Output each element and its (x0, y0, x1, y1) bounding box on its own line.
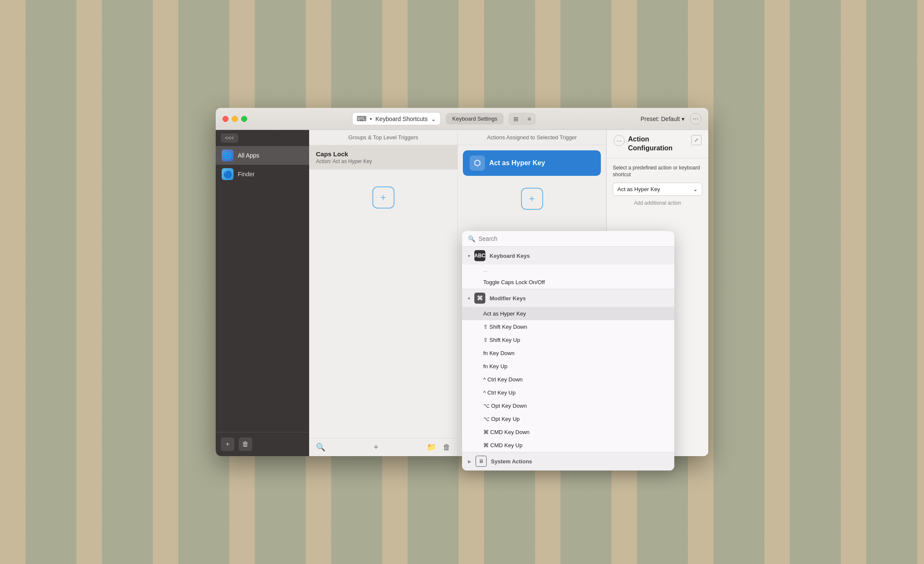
keyboard-settings-button[interactable]: Keyboard Settings (446, 113, 504, 124)
action-dropdown-overlay: 🔍 ▾ ABC Keyboard Keys ... Toggle Caps Lo… (462, 231, 674, 471)
title-dot: • (370, 116, 372, 122)
action-icon-box: ⬡ (470, 155, 485, 171)
hyper-key-action[interactable]: ◀ ⬡ Act as Hyper Key (463, 150, 601, 176)
close-button[interactable] (223, 116, 228, 122)
add-trigger-toolbar-button[interactable]: + (332, 443, 420, 452)
search-trigger-button[interactable]: 🔍 (316, 443, 325, 452)
more-button[interactable]: ··· (690, 113, 701, 125)
shift-down-item[interactable]: ⇧ Shift Key Down (462, 320, 674, 333)
fn-up-item[interactable]: fn Key Up (462, 360, 674, 373)
triggers-toolbar: 🔍 + 📁 🗑 (309, 438, 457, 456)
opt-down-item[interactable]: ⌥ Opt Key Down (462, 399, 674, 412)
system-actions-icon: 🖥 (476, 456, 487, 467)
sidebar-item-all-apps[interactable]: 🌐 All Apps (216, 146, 309, 165)
system-actions-label: System Actions (491, 458, 532, 465)
main-window: ⌨ • Keyboard Shortcuts ⌄ Keyboard Settin… (216, 108, 708, 456)
opt-up-item[interactable]: ⌥ Opt Key Up (462, 412, 674, 426)
preset-label[interactable]: Preset: Default ▾ (641, 116, 685, 122)
add-trigger-button[interactable]: + (372, 186, 394, 209)
modifier-keys-chevron: ▾ (468, 296, 470, 301)
sidebar-item-finder[interactable]: 🔵 Finder (216, 165, 309, 183)
chevron-down-icon: ⌄ (693, 186, 698, 192)
titlebar: ⌨ • Keyboard Shortcuts ⌄ Keyboard Settin… (216, 108, 708, 130)
system-actions-chevron: ▶ (468, 459, 471, 464)
keyboard-partial-item: ... (462, 265, 674, 276)
action-label: Act as Hyper Key (489, 159, 545, 167)
all-apps-label: All Apps (238, 152, 259, 159)
keyboard-keys-label: Keyboard Keys (490, 253, 530, 259)
act-hyper-item[interactable]: Act as Hyper Key (462, 307, 674, 320)
search-icon: 🔍 (468, 235, 475, 242)
modifier-keys-header[interactable]: ▾ ⌘ Modifier Keys (462, 289, 674, 307)
caps-lock-trigger[interactable]: Caps Lock Action: Act as Hyper Key (309, 145, 457, 169)
config-title: ActionConfiguration (628, 135, 673, 153)
dropdown-search: 🔍 (462, 231, 674, 247)
sidebar-footer: + 🗑 (216, 432, 309, 456)
keyboard-keys-section: ▾ ABC Keyboard Keys ... Toggle Caps Lock… (462, 247, 674, 289)
modifier-keys-icon: ⌘ (474, 293, 485, 304)
hyper-key-icon: ⬡ (474, 158, 481, 168)
triggers-panel-content: Caps Lock Action: Act as Hyper Key + (309, 145, 457, 438)
add-additional-button[interactable]: Add additional action (613, 200, 702, 206)
shift-up-item[interactable]: ⇧ Shift Key Up (462, 333, 674, 347)
config-header: ··· ActionConfiguration ⤢ (607, 130, 708, 158)
view-toggle: ⊞ ≡ (509, 113, 535, 125)
folder-trigger-button[interactable]: 📁 (427, 443, 436, 452)
ctrl-down-item[interactable]: ^ Ctrl Key Down (462, 373, 674, 386)
trigger-action: Action: Act as Hyper Key (316, 158, 451, 164)
cmd-down-item[interactable]: ⌘ CMD Key Down (462, 426, 674, 439)
keyboard-keys-header[interactable]: ▾ ABC Keyboard Keys (462, 247, 674, 265)
delete-trigger-button[interactable]: 🗑 (443, 443, 451, 452)
config-more-button[interactable]: ··· (614, 135, 625, 146)
system-actions-header[interactable]: ▶ 🖥 System Actions (462, 452, 674, 470)
config-desc: Select a predefined action or keyboard s… (613, 164, 702, 179)
trigger-name: Caps Lock (316, 150, 451, 158)
grid-view-button[interactable]: ⊞ (509, 113, 523, 124)
finder-label: Finder (238, 171, 255, 178)
titlebar-center: ⌨ • Keyboard Shortcuts ⌄ Keyboard Settin… (252, 112, 636, 125)
config-body: Select a predefined action or keyboard s… (607, 158, 708, 213)
cmd-up-item[interactable]: ⌘ CMD Key Up (462, 439, 674, 452)
triggers-panel: Groups & Top Level Triggers Caps Lock Ac… (309, 130, 458, 456)
sidebar-list: 🌐 All Apps 🔵 Finder (216, 146, 309, 432)
all-apps-icon: 🌐 (222, 149, 234, 161)
keyboard-icon: ⌨ (357, 115, 366, 123)
chevron-down-icon: ⌄ (431, 116, 436, 122)
config-dropdown-label: Act as Hyper Key (617, 186, 660, 192)
maximize-button[interactable] (241, 116, 247, 122)
list-view-button[interactable]: ≡ (523, 113, 535, 124)
window-title: Keyboard Shortcuts (375, 116, 428, 122)
action-selected: ◀ ⬡ Act as Hyper Key (463, 150, 601, 176)
finder-icon: 🔵 (222, 168, 234, 180)
ctrl-up-item[interactable]: ^ Ctrl Key Up (462, 386, 674, 399)
traffic-lights (223, 116, 247, 122)
add-action-button[interactable]: + (521, 188, 543, 210)
modifier-keys-label: Modifier Keys (490, 295, 526, 302)
sidebar: <<< 🌐 All Apps 🔵 Finder + 🗑 (216, 130, 309, 456)
fn-down-item[interactable]: fn Key Down (462, 347, 674, 360)
system-actions-section: ▶ 🖥 System Actions (462, 452, 674, 471)
minimize-button[interactable] (232, 116, 238, 122)
config-window-button[interactable]: ⤢ (691, 135, 701, 145)
add-app-button[interactable]: + (221, 437, 234, 451)
triggers-panel-header: Groups & Top Level Triggers (309, 130, 457, 145)
toggle-caps-item[interactable]: Toggle Caps Lock On/Off (462, 276, 674, 289)
chevron-left-icon: ◀ (463, 158, 463, 168)
delete-app-button[interactable]: 🗑 (239, 437, 252, 451)
sidebar-back: <<< (216, 130, 309, 146)
actions-panel-header: Actions Assigned to Selected Trigger (458, 130, 606, 145)
config-action-dropdown[interactable]: Act as Hyper Key ⌄ (613, 183, 702, 196)
back-button[interactable]: <<< (221, 133, 238, 143)
modifier-keys-section: ▾ ⌘ Modifier Keys Act as Hyper Key ⇧ Shi… (462, 289, 674, 452)
dropdown-search-input[interactable] (479, 235, 668, 242)
keyboard-keys-icon: ABC (474, 250, 485, 261)
keyboard-keys-chevron: ▾ (468, 254, 470, 258)
title-dropdown[interactable]: ⌨ • Keyboard Shortcuts ⌄ (352, 112, 441, 125)
titlebar-right: Preset: Default ▾ ··· (641, 113, 702, 125)
